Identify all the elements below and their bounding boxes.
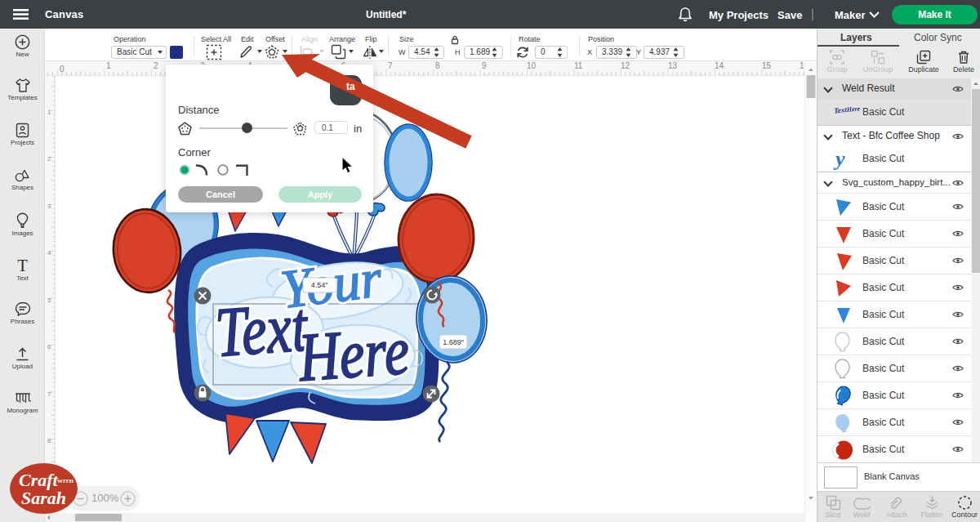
svg-text:WITH: WITH — [57, 478, 74, 484]
svg-text:Sarah: Sarah — [21, 488, 66, 508]
svg-text:Here: Here — [296, 312, 412, 395]
svg-text:1.689": 1.689" — [443, 338, 464, 346]
svg-text:4.54": 4.54" — [311, 281, 328, 289]
